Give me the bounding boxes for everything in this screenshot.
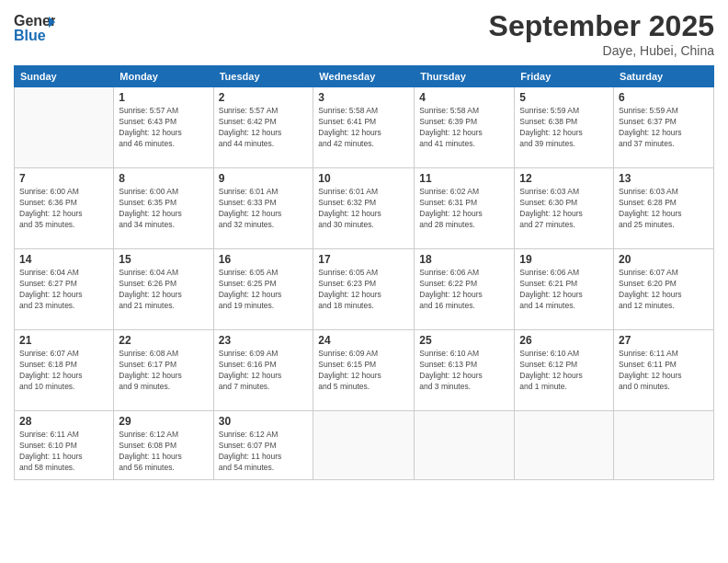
calendar-cell: 28Sunrise: 6:11 AM Sunset: 6:10 PM Dayli…: [15, 411, 114, 480]
day-info: Sunrise: 5:57 AM Sunset: 6:42 PM Dayligh…: [219, 106, 309, 150]
calendar-cell: 12Sunrise: 6:03 AM Sunset: 6:30 PM Dayli…: [515, 168, 614, 249]
title-block: September 2025 Daye, Hubei, China: [489, 9, 714, 58]
day-number: 6: [619, 91, 709, 104]
day-info: Sunrise: 6:10 AM Sunset: 6:13 PM Dayligh…: [419, 349, 509, 393]
calendar-cell: [614, 411, 714, 480]
day-number: 4: [419, 91, 509, 104]
calendar-cell: 30Sunrise: 6:12 AM Sunset: 6:07 PM Dayli…: [213, 411, 313, 480]
day-info: Sunrise: 6:07 AM Sunset: 6:20 PM Dayligh…: [619, 268, 709, 312]
day-info: Sunrise: 6:04 AM Sunset: 6:27 PM Dayligh…: [19, 268, 108, 312]
calendar-cell: 21Sunrise: 6:07 AM Sunset: 6:18 PM Dayli…: [15, 330, 114, 411]
calendar-cell: 13Sunrise: 6:03 AM Sunset: 6:28 PM Dayli…: [614, 168, 714, 249]
day-number: 2: [219, 91, 309, 104]
calendar-cell: 29Sunrise: 6:12 AM Sunset: 6:08 PM Dayli…: [114, 411, 213, 480]
day-number: 25: [419, 334, 509, 347]
calendar-cell: 18Sunrise: 6:06 AM Sunset: 6:22 PM Dayli…: [415, 249, 515, 330]
day-number: 14: [19, 253, 108, 266]
day-number: 3: [318, 91, 409, 104]
calendar-cell: [415, 411, 515, 480]
day-info: Sunrise: 6:09 AM Sunset: 6:15 PM Dayligh…: [318, 349, 409, 393]
day-info: Sunrise: 5:57 AM Sunset: 6:43 PM Dayligh…: [119, 106, 208, 150]
day-info: Sunrise: 6:07 AM Sunset: 6:18 PM Dayligh…: [19, 349, 108, 393]
calendar-cell: 20Sunrise: 6:07 AM Sunset: 6:20 PM Dayli…: [614, 249, 714, 330]
day-info: Sunrise: 6:01 AM Sunset: 6:32 PM Dayligh…: [318, 187, 409, 231]
week-row-4: 28Sunrise: 6:11 AM Sunset: 6:10 PM Dayli…: [15, 411, 714, 480]
calendar-cell: 26Sunrise: 6:10 AM Sunset: 6:12 PM Dayli…: [515, 330, 614, 411]
calendar-cell: 24Sunrise: 6:09 AM Sunset: 6:15 PM Dayli…: [313, 330, 415, 411]
day-number: 29: [119, 415, 208, 428]
calendar-cell: 10Sunrise: 6:01 AM Sunset: 6:32 PM Dayli…: [313, 168, 415, 249]
day-info: Sunrise: 5:59 AM Sunset: 6:37 PM Dayligh…: [619, 106, 709, 150]
day-number: 26: [519, 334, 609, 347]
calendar-cell: 15Sunrise: 6:04 AM Sunset: 6:26 PM Dayli…: [114, 249, 213, 330]
day-number: 11: [419, 172, 509, 185]
day-number: 27: [619, 334, 709, 347]
calendar-cell: 6Sunrise: 5:59 AM Sunset: 6:37 PM Daylig…: [614, 87, 714, 168]
day-info: Sunrise: 6:12 AM Sunset: 6:08 PM Dayligh…: [119, 430, 208, 474]
week-row-2: 14Sunrise: 6:04 AM Sunset: 6:27 PM Dayli…: [15, 249, 714, 330]
day-info: Sunrise: 6:08 AM Sunset: 6:17 PM Dayligh…: [119, 349, 208, 393]
week-row-0: 1Sunrise: 5:57 AM Sunset: 6:43 PM Daylig…: [15, 87, 714, 168]
svg-text:Blue: Blue: [14, 28, 46, 43]
calendar-cell: 1Sunrise: 5:57 AM Sunset: 6:43 PM Daylig…: [114, 87, 213, 168]
calendar-header-sunday: Sunday: [15, 66, 114, 87]
day-info: Sunrise: 6:06 AM Sunset: 6:21 PM Dayligh…: [519, 268, 609, 312]
calendar-cell: [15, 87, 114, 168]
day-number: 13: [619, 172, 709, 185]
day-number: 28: [19, 415, 108, 428]
day-info: Sunrise: 6:10 AM Sunset: 6:12 PM Dayligh…: [519, 349, 609, 393]
day-number: 1: [119, 91, 208, 104]
day-info: Sunrise: 6:05 AM Sunset: 6:25 PM Dayligh…: [219, 268, 309, 312]
calendar-cell: 16Sunrise: 6:05 AM Sunset: 6:25 PM Dayli…: [213, 249, 313, 330]
day-info: Sunrise: 5:58 AM Sunset: 6:41 PM Dayligh…: [318, 106, 409, 150]
calendar-header-monday: Monday: [114, 66, 213, 87]
calendar-cell: 23Sunrise: 6:09 AM Sunset: 6:16 PM Dayli…: [213, 330, 313, 411]
calendar: SundayMondayTuesdayWednesdayThursdayFrid…: [14, 65, 714, 480]
day-number: 20: [619, 253, 709, 266]
month-title: September 2025: [489, 9, 714, 43]
logo-icon: General Blue: [14, 9, 55, 46]
day-info: Sunrise: 6:06 AM Sunset: 6:22 PM Dayligh…: [419, 268, 509, 312]
logo: General Blue: [14, 9, 55, 50]
day-info: Sunrise: 6:00 AM Sunset: 6:35 PM Dayligh…: [119, 187, 208, 231]
day-number: 19: [519, 253, 609, 266]
day-info: Sunrise: 5:59 AM Sunset: 6:38 PM Dayligh…: [519, 106, 609, 150]
day-number: 17: [318, 253, 409, 266]
calendar-header-thursday: Thursday: [415, 66, 515, 87]
day-info: Sunrise: 6:11 AM Sunset: 6:10 PM Dayligh…: [19, 430, 108, 474]
calendar-header-tuesday: Tuesday: [213, 66, 313, 87]
calendar-header-wednesday: Wednesday: [313, 66, 415, 87]
calendar-cell: 25Sunrise: 6:10 AM Sunset: 6:13 PM Dayli…: [415, 330, 515, 411]
day-info: Sunrise: 5:58 AM Sunset: 6:39 PM Dayligh…: [419, 106, 509, 150]
day-info: Sunrise: 6:01 AM Sunset: 6:33 PM Dayligh…: [219, 187, 309, 231]
day-number: 10: [318, 172, 409, 185]
calendar-cell: 9Sunrise: 6:01 AM Sunset: 6:33 PM Daylig…: [213, 168, 313, 249]
day-number: 24: [318, 334, 409, 347]
day-number: 8: [119, 172, 208, 185]
calendar-cell: 27Sunrise: 6:11 AM Sunset: 6:11 PM Dayli…: [614, 330, 714, 411]
calendar-cell: 4Sunrise: 5:58 AM Sunset: 6:39 PM Daylig…: [415, 87, 515, 168]
calendar-cell: 8Sunrise: 6:00 AM Sunset: 6:35 PM Daylig…: [114, 168, 213, 249]
calendar-cell: 7Sunrise: 6:00 AM Sunset: 6:36 PM Daylig…: [15, 168, 114, 249]
day-info: Sunrise: 6:00 AM Sunset: 6:36 PM Dayligh…: [19, 187, 108, 231]
day-info: Sunrise: 6:04 AM Sunset: 6:26 PM Dayligh…: [119, 268, 208, 312]
calendar-cell: 5Sunrise: 5:59 AM Sunset: 6:38 PM Daylig…: [515, 87, 614, 168]
calendar-cell: 17Sunrise: 6:05 AM Sunset: 6:23 PM Dayli…: [313, 249, 415, 330]
calendar-cell: 2Sunrise: 5:57 AM Sunset: 6:42 PM Daylig…: [213, 87, 313, 168]
day-number: 15: [119, 253, 208, 266]
calendar-cell: [313, 411, 415, 480]
calendar-cell: 11Sunrise: 6:02 AM Sunset: 6:31 PM Dayli…: [415, 168, 515, 249]
day-number: 21: [19, 334, 108, 347]
day-number: 5: [519, 91, 609, 104]
week-row-1: 7Sunrise: 6:00 AM Sunset: 6:36 PM Daylig…: [15, 168, 714, 249]
week-row-3: 21Sunrise: 6:07 AM Sunset: 6:18 PM Dayli…: [15, 330, 714, 411]
day-number: 12: [519, 172, 609, 185]
day-info: Sunrise: 6:05 AM Sunset: 6:23 PM Dayligh…: [318, 268, 409, 312]
day-number: 23: [219, 334, 309, 347]
day-info: Sunrise: 6:09 AM Sunset: 6:16 PM Dayligh…: [219, 349, 309, 393]
day-info: Sunrise: 6:03 AM Sunset: 6:30 PM Dayligh…: [519, 187, 609, 231]
calendar-cell: 19Sunrise: 6:06 AM Sunset: 6:21 PM Dayli…: [515, 249, 614, 330]
location: Daye, Hubei, China: [489, 43, 714, 58]
calendar-header-row: SundayMondayTuesdayWednesdayThursdayFrid…: [15, 66, 714, 87]
day-info: Sunrise: 6:12 AM Sunset: 6:07 PM Dayligh…: [219, 430, 309, 474]
